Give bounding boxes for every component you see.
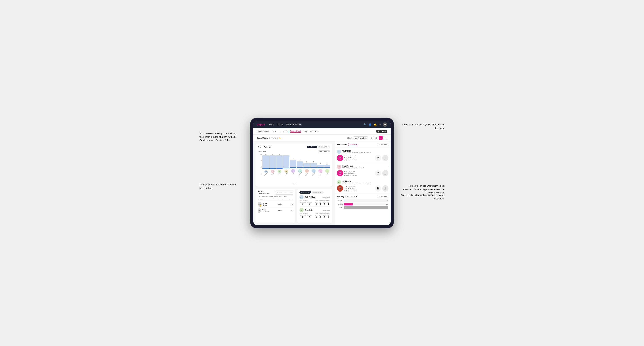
shot-player-header-3: DF David Ford 24 Aug 2023 · Royal North … [337, 180, 388, 184]
scoring-filter-2[interactable]: All Players ▾ [377, 195, 388, 198]
bar-5[interactable] [296, 162, 303, 168]
bell-icon[interactable]: 🔔 [374, 123, 376, 126]
shot-player-info-1: Matt Miller 09 Jun 2023 · Royal North De… [342, 150, 386, 154]
tab-practice-drills[interactable]: Practice Drills [318, 146, 330, 148]
bar-1[interactable] [269, 155, 276, 169]
scoring-header: Scoring Par 3, 4 & 5s ▾ All Players ▾ [337, 195, 388, 198]
users-icon[interactable]: 👤 [368, 123, 372, 126]
chart-dropdown[interactable]: Total Rounds ▾ [318, 151, 330, 153]
bar-group-0: 13BMB. McHarg [262, 154, 269, 174]
team-header-right: Show: Last 3 months ▾ ⊞ ⊟ ♥ ≡ [347, 136, 387, 140]
bar-2[interactable] [276, 155, 282, 169]
leaderboard-header: Practice Leaderboards PUTT Must Make Put… [258, 191, 293, 195]
activity-stat-practice-1: Total Practice Activities GTT 0 APP [315, 200, 330, 205]
annotation-top-right: Choose the timescale you wish to see the… [399, 123, 444, 130]
bar-8[interactable] [317, 165, 324, 168]
y-axis: 15 10 5 0 [258, 154, 262, 174]
bar-6[interactable] [304, 163, 310, 168]
player-name-2: Edward Crossman [262, 209, 271, 212]
shot-player-info-3: David Ford 24 Aug 2023 · Royal North Dev… [342, 180, 386, 184]
page-wrapper: You can select which player is doing the… [200, 118, 444, 228]
pars-bar: 499 [344, 206, 388, 209]
tab-on-course[interactable]: On Course [307, 146, 317, 148]
leaderboard-row-1[interactable]: RB 1 Richard Butler 19/20 110 [258, 201, 293, 208]
bar-group-1: 12BBB. Britt [269, 154, 276, 174]
nav-logo: clippd [257, 123, 265, 126]
nav-items: Home Teams My Performance [268, 123, 360, 126]
shot-stat-remain-3: 0 yds [382, 185, 388, 191]
pb-avg-2: 107 [282, 210, 293, 212]
view-icons: ⊞ ⊟ ♥ ≡ [370, 136, 387, 140]
all-players-filter[interactable]: All Players ▾ [377, 143, 388, 146]
team-title: Team Clippd 14 Players ✏️ [257, 137, 281, 139]
user-avatar[interactable]: U [383, 123, 387, 127]
plus-circle-icon[interactable]: ⊕ [379, 123, 381, 126]
edit-icon[interactable]: ✏️ [278, 137, 281, 139]
bar-group-3: 9JCJ. Coles [283, 154, 290, 174]
bar-group-6: 3RBR. Butler [304, 154, 310, 174]
annotation-top-left: You can select which player is doing the… [200, 132, 238, 142]
player-avatar-1: RB 1 [258, 202, 262, 207]
nav-teams[interactable]: Teams [277, 123, 283, 126]
top-nav: clippd Home Teams My Performance 🔍 👤 🔔 ⊕… [254, 121, 390, 128]
best-shots-title: Best Shots [337, 144, 347, 146]
birdies-label: Birdies [337, 203, 343, 205]
scoring-filter-1[interactable]: Par 3, 4 & 5s ▾ [346, 195, 358, 198]
bottom-left-row: Practice Leaderboards PUTT Must Make Put… [256, 189, 332, 223]
leaderboard-cols: PLAYER NAME PB SCORE PB AVG SQ [258, 198, 293, 200]
bar-0[interactable] [262, 155, 269, 169]
bar-7[interactable] [310, 163, 317, 168]
shot-player-detail-2: 23 Jul 2023 · Ashridge GC, Hole 15 [342, 167, 386, 169]
shot-stats-text-1: Shot Dist: 67 ydsStart Lie: RoughEnd Lie… [344, 155, 374, 161]
heart-view-icon[interactable]: ♥ [379, 136, 382, 140]
all-shots-filter[interactable]: All Shots ▾ [348, 143, 358, 146]
player-activity-card: Player Activity On Course Practice Drill… [256, 144, 332, 187]
bar-4[interactable] [290, 160, 296, 168]
show-label: Show: [347, 137, 352, 139]
shot-details-3: 198 SQ Shot Dist: 16 ydsStart Lie: Rough… [337, 185, 388, 191]
shot-avatar-1: MM [337, 150, 341, 154]
sub-nav-team-clippd[interactable]: Team Clippd [290, 130, 301, 133]
bar-9[interactable] [324, 165, 330, 168]
chart-area: On Course Total Rounds ▾ 15 10 5 [258, 150, 330, 184]
tab-most-active[interactable]: Most Active [300, 191, 311, 194]
pars-label: Pars [337, 207, 343, 208]
nav-home[interactable]: Home [268, 123, 274, 126]
time-filter-dropdown[interactable]: Last 3 months ▾ [353, 137, 368, 140]
bar-chart: 15 10 5 0 13BMB. McHarg12BBB. Britt10DFD… [258, 154, 330, 181]
shot-stat-dist-1: 67 yds [375, 155, 381, 161]
shot-details-2: 200 SQ Shot Dist: 43 ydsStart Lie: Rough… [337, 170, 388, 176]
sub-nav-tour[interactable]: Tour [304, 130, 307, 133]
bar-3[interactable] [283, 155, 290, 168]
leaderboard-row-2[interactable]: EC 2 Edward Crossman 18/20 107 [258, 208, 293, 214]
nav-my-performance[interactable]: My Performance [286, 123, 302, 126]
grid-view-icon[interactable]: ⊞ [370, 136, 374, 140]
chart-sub-header: On Course Total Rounds ▾ [258, 151, 330, 153]
most-active-card: Most Active Least Active BM Blair McHarg [297, 189, 332, 223]
activity-date-1: 26 Aug 2023 [322, 196, 330, 198]
shot-player-header-1: MM Matt Miller 09 Jun 2023 · Royal North… [337, 150, 388, 154]
shot-card-2[interactable]: BM Blair McHarg 23 Jul 2023 · Ashridge G… [335, 163, 390, 178]
sub-nav-pgat[interactable]: PGAT Players [257, 130, 269, 133]
annotation-bottom-left: Filter what data you wish the table to b… [200, 183, 238, 190]
chevron-right-icon-3: › [388, 181, 388, 183]
activity-avatar-1: BM [300, 195, 304, 199]
activity-stat-rounds-1: Total Rounds Tournament 7 Practice [300, 200, 314, 205]
search-icon[interactable]: 🔍 [364, 123, 366, 126]
shot-stats-text-2: Shot Dist: 43 ydsStart Lie: RoughEnd Lie… [344, 170, 374, 176]
table-view-icon[interactable]: ≡ [383, 136, 387, 140]
list-view-icon[interactable]: ⊟ [374, 136, 378, 140]
sub-nav-hcaps[interactable]: Hcaps 1-5 [278, 130, 287, 133]
bar-avatar-3: JC [284, 169, 288, 173]
player-info-2: EC 2 Edward Crossman [258, 208, 271, 213]
bar-group-8: 2ECE. Crossman [317, 154, 324, 174]
tab-least-active[interactable]: Least Active [312, 191, 324, 194]
bar-avatar-6: RB [305, 169, 309, 173]
shot-card-1[interactable]: MM Matt Miller 09 Jun 2023 · Royal North… [335, 148, 390, 163]
sub-nav-pga[interactable]: PGA [272, 130, 276, 133]
chart-sub-title: On Course [258, 151, 266, 153]
sub-nav-all-players[interactable]: All Players [310, 130, 320, 133]
leaderboard-dropdown[interactable]: PUTT Must Make Putting ... [275, 191, 293, 195]
add-team-button[interactable]: Add Team [376, 130, 387, 133]
shot-card-3[interactable]: DF David Ford 24 Aug 2023 · Royal North … [335, 178, 390, 193]
